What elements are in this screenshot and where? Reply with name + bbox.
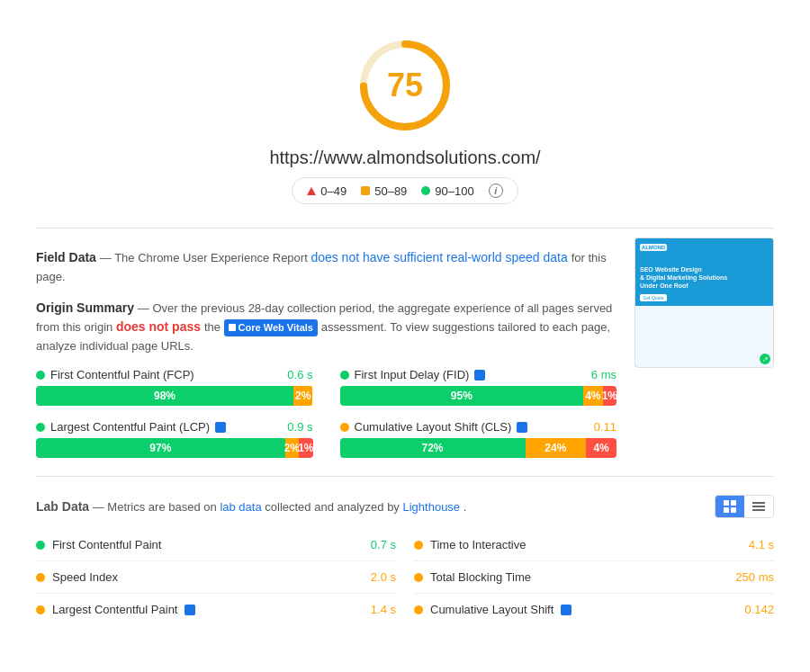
list-icon	[752, 502, 765, 511]
grid-icon	[724, 500, 736, 513]
fid-bar-orange: 4%	[583, 386, 603, 406]
lab-tti-dot	[414, 541, 423, 550]
score-value: 75	[387, 67, 423, 104]
top-divider	[36, 228, 774, 228]
screenshot-area: ALMOND SEO Website Design& Digital Marke…	[634, 237, 774, 368]
lab-row-cls2: Cumulative Layout Shift 0.142	[414, 594, 774, 625]
cls-value: 0.11	[594, 420, 616, 434]
metric-lcp: Largest Contentful Paint (LCP) 0.9 s 97%…	[36, 420, 313, 458]
lab-col-left: First Contentful Paint 0.7 s Speed Index…	[36, 529, 396, 625]
lab-desc3: .	[464, 500, 467, 514]
field-data-desc1: — The Chrome User Experience Report	[100, 251, 311, 264]
metric-fid: First Input Delay (FID) 6 ms 95% 4% 1%	[340, 368, 617, 406]
lab-cls2-label: Cumulative Layout Shift	[430, 603, 554, 616]
legend-range3: 90–100	[435, 184, 473, 198]
lab-data-title: Lab Data	[36, 499, 89, 514]
lcp-bar: 97% 2% 1%	[36, 438, 313, 458]
cls-label: Cumulative Layout Shift (CLS)	[340, 420, 528, 434]
lab-cls2-info-icon	[561, 605, 572, 615]
cls-bar-red: 4%	[586, 438, 616, 458]
origin-does-not-pass-link[interactable]: does not pass	[116, 319, 201, 334]
cls-bar-orange: 24%	[526, 438, 587, 458]
lcp-bar-orange: 2%	[285, 438, 299, 458]
lab-speed-label: Speed Index	[52, 570, 118, 584]
cls-bar: 72% 24% 4%	[340, 438, 617, 458]
metric-cls: Cumulative Layout Shift (CLS) 0.11 72% 2…	[340, 420, 617, 458]
lab-cls2-value: 0.142	[744, 603, 774, 616]
origin-summary-title: Origin Summary	[36, 300, 134, 315]
metric-fcp: First Contentful Paint (FCP) 0.6 s 98% 2…	[36, 368, 313, 406]
svg-rect-4	[731, 500, 736, 506]
lcp-value: 0.9 s	[287, 420, 312, 434]
lab-row-fcp: First Contentful Paint 0.7 s	[36, 529, 396, 561]
lab-tti-value: 4.1 s	[749, 538, 774, 551]
legend-item-orange: 50–89	[361, 184, 407, 198]
lab-data-link[interactable]: lab data	[220, 500, 261, 514]
grid-view-button[interactable]	[716, 496, 744, 517]
fid-label: First Input Delay (FID)	[340, 368, 486, 381]
info-icon[interactable]: i	[489, 184, 503, 198]
page-wrapper: 75 https://www.almondsolutions.com/ 0–49…	[0, 0, 810, 643]
lab-tti-label-group: Time to Interactive	[414, 538, 526, 551]
lab-row-tbt: Total Blocking Time 250 ms	[414, 561, 774, 594]
lab-fcp-dot	[36, 541, 45, 550]
fcp-bar: 98% 2%	[36, 386, 313, 406]
legend-item-green: 90–100	[421, 184, 473, 198]
fid-header: First Input Delay (FID) 6 ms	[340, 368, 617, 381]
score-section: 75 https://www.almondsolutions.com/ 0–49…	[36, 18, 774, 219]
field-data-section: Field Data — The Chrome User Experience …	[36, 248, 616, 286]
field-data-title: Field Data	[36, 250, 96, 264]
lab-fcp-label: First Contentful Paint	[52, 538, 161, 551]
cls-bar-green: 72%	[340, 438, 526, 458]
fid-value: 6 ms	[591, 368, 616, 381]
cls-header: Cumulative Layout Shift (CLS) 0.11	[340, 420, 617, 434]
list-view-button[interactable]	[744, 496, 773, 517]
lcp-label: Largest Contentful Paint (LCP)	[36, 420, 226, 434]
lab-lcp-value: 1.4 s	[371, 603, 396, 616]
lab-tbt-value: 250 ms	[735, 570, 774, 584]
origin-desc2: the	[204, 320, 224, 334]
lab-divider	[36, 476, 774, 477]
score-url: https://www.almondsolutions.com/	[269, 148, 540, 168]
lab-header: Lab Data — Metrics are based on lab data…	[36, 495, 774, 518]
lcp-info-icon	[215, 422, 226, 433]
lab-tti-label: Time to Interactive	[430, 538, 526, 551]
lighthouse-link[interactable]: Lighthouse	[402, 500, 460, 514]
fcp-label: First Contentful Paint (FCP)	[36, 368, 194, 381]
cwv-badge: Core Web Vitals	[224, 319, 318, 336]
lab-fcp-value: 0.7 s	[371, 538, 396, 551]
lab-speed-label-group: Speed Index	[36, 570, 118, 584]
green-dot-icon	[421, 186, 430, 195]
fcp-bar-green: 98%	[36, 386, 293, 406]
metrics-area: Field Data — The Chrome User Experience …	[36, 237, 616, 458]
fid-bar: 95% 4% 1%	[340, 386, 617, 406]
lab-tbt-label: Total Blocking Time	[430, 570, 531, 584]
screenshot-mock: ALMOND SEO Website Design& Digital Marke…	[635, 238, 773, 367]
fid-bar-red: 1%	[603, 386, 616, 406]
svg-rect-2	[229, 324, 236, 331]
fcp-header: First Contentful Paint (FCP) 0.6 s	[36, 368, 313, 381]
lab-lcp-info-icon	[184, 605, 195, 615]
field-data-link[interactable]: does not have sufficient real-world spee…	[310, 250, 567, 264]
lcp-dot	[36, 423, 45, 432]
fid-dot	[340, 371, 349, 380]
lab-data-section: Lab Data — Metrics are based on lab data…	[36, 495, 774, 625]
fcp-value: 0.6 s	[287, 368, 312, 381]
lab-cls2-dot	[414, 605, 423, 614]
svg-rect-5	[724, 507, 729, 513]
fid-bar-green: 95%	[340, 386, 584, 406]
lab-header-left: Lab Data — Metrics are based on lab data…	[36, 499, 466, 514]
lab-metrics-grid: First Contentful Paint 0.7 s Speed Index…	[36, 529, 774, 625]
content-area: Field Data — The Chrome User Experience …	[36, 237, 774, 458]
cls-dot	[340, 423, 349, 432]
lcp-bar-red: 1%	[299, 438, 312, 458]
lab-row-speed: Speed Index 2.0 s	[36, 561, 396, 594]
score-legend: 0–49 50–89 90–100 i	[292, 177, 518, 204]
screenshot-box: ALMOND SEO Website Design& Digital Marke…	[634, 237, 774, 368]
cls-info-icon	[517, 422, 527, 433]
lab-fcp-label-group: First Contentful Paint	[36, 538, 161, 551]
fcp-dot	[36, 371, 45, 380]
lab-cls2-label-group: Cumulative Layout Shift	[414, 603, 572, 616]
lab-lcp2-dot	[36, 605, 45, 614]
fcp-bar-orange: 2%	[293, 386, 313, 406]
